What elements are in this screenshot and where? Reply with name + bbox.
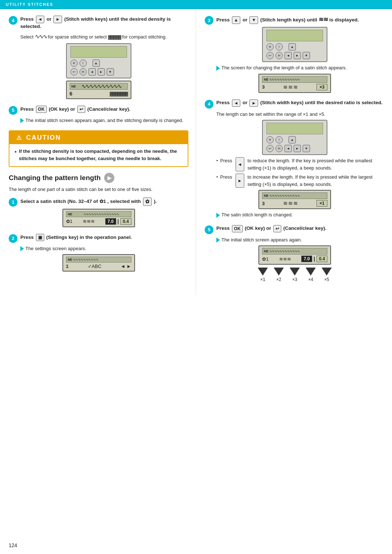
- h-btn: H: [79, 68, 87, 76]
- step-1-header: 1 Select a satin stitch (No. 32–47 of ✿1…: [9, 197, 188, 207]
- step-1-circle: 1: [9, 198, 17, 207]
- step-4r-circle: 4: [205, 100, 213, 109]
- left-btn-4r[interactable]: ◄: [285, 145, 292, 152]
- left-column: 4 Press ◄ or ► (Stitch width keys) until…: [0, 9, 196, 295]
- step-4-circle: 4: [9, 16, 17, 25]
- up-btn[interactable]: ▲: [93, 60, 100, 67]
- dn-btn-3[interactable]: ▼: [303, 52, 310, 59]
- up-key[interactable]: ▲: [232, 16, 241, 24]
- panel-btns-4ra: ✕ ! ▲: [266, 136, 323, 143]
- x-btn-4r: ✕: [266, 136, 274, 143]
- lcd-step1-bottom: ✿1 ≋≋≋ 7.0 | 0.4: [66, 218, 131, 225]
- label-x3: ×3: [292, 277, 297, 282]
- step-5r-circle: 5: [205, 225, 213, 234]
- lcd-step3-val: ×3: [317, 84, 327, 90]
- right-key-4r[interactable]: ►: [249, 99, 258, 107]
- n-btn-4r: ↩: [266, 145, 274, 152]
- flower-btn[interactable]: ✿: [143, 197, 152, 206]
- step-5r-text: Press OK (OK key) or ↩ (Cancel/clear key…: [216, 225, 326, 233]
- lcd-step1-val2: 0.4: [121, 218, 131, 225]
- step-4-text: Press ◄ or ► (Stitch width keys) until t…: [20, 16, 188, 30]
- left-key[interactable]: ◄: [36, 16, 45, 23]
- step-2-text: Press ▣ (Settings key) in the operation …: [20, 234, 132, 241]
- right-btn-3[interactable]: ►: [294, 52, 301, 59]
- caution-box: ⚠ CAUTION If the stitching density is to…: [9, 130, 188, 167]
- cancel-btn[interactable]: ↩: [77, 106, 85, 113]
- back-btn[interactable]: ◄: [89, 68, 96, 76]
- panel-box-4r: ✕ ! ▲ ↩ H ◄ ► ▼: [262, 120, 327, 155]
- ok-btn[interactable]: OK: [36, 106, 47, 113]
- lcd-step5r: NE ∿∿∿∿∿∿∿∿∿∿∿∿ ✿1 ≋≋≋ 7.0 | 0.4: [205, 245, 385, 265]
- top-bar-label: UTILITY STITCHES: [6, 2, 53, 7]
- lcd-step1-top: NE ∿∿∿∿∿∿∿∿∿∿∿∿∿∿: [66, 211, 131, 217]
- step-5-text: Press OK (OK key) or ↩ (Cancel/clear key…: [20, 106, 130, 113]
- up-btn-3[interactable]: ▲: [289, 43, 296, 50]
- top-bar: UTILITY STITCHES: [0, 0, 392, 9]
- right-increase-btn[interactable]: ►: [236, 174, 244, 188]
- lcd-step5r-val1: 7.0: [301, 256, 312, 262]
- section-heading: Changing the pattern length ▶: [9, 173, 188, 183]
- dn-key[interactable]: ▼: [249, 16, 258, 24]
- panel-box-3: ✕ ! ▲ ↩ H ◄ ► ▼: [262, 27, 327, 62]
- step-4-right: 4 Press ◄ or ► (Stitch width keys) until…: [205, 99, 385, 219]
- section-title: Changing the pattern length: [9, 174, 101, 182]
- left-key-4r[interactable]: ◄: [232, 99, 241, 107]
- size-x3: ×3: [290, 268, 300, 282]
- caution-title: CAUTION: [26, 134, 61, 142]
- step-5-header: 5 Press OK (OK key) or ↩ (Cancel/clear k…: [9, 106, 188, 115]
- section-arrow: ▶: [104, 173, 114, 183]
- panel-screen-3: [266, 30, 323, 41]
- bullet-2: Press ► to increase the length. If the k…: [216, 174, 385, 188]
- i-btn-4r: !: [275, 136, 283, 143]
- left-btn-3[interactable]: ◄: [285, 52, 292, 59]
- lcd-step4r: NE ∿∿∿∿∿∿∿∿∿∿∿∿ 3 ≋≋≋ ×1: [205, 190, 385, 209]
- panel-display-4: ✕ ! ▲ ↩ H ◄ ► ▼: [9, 43, 188, 78]
- step-2-sub: The settings screen appears.: [20, 245, 188, 252]
- fwd-btn[interactable]: ►: [98, 68, 105, 76]
- panel-box: ✕ ! ▲ ↩ H ◄ ► ▼: [66, 43, 131, 78]
- left-reduce-btn[interactable]: ◄: [236, 157, 244, 171]
- lcd-step1-box: NE ∿∿∿∿∿∿∿∿∿∿∿∿∿∿ ✿1 ≋≋≋ 7.0 | 0.4: [62, 209, 135, 227]
- ok-btn-5r[interactable]: OK: [232, 225, 243, 233]
- step-3-header: 3 Press ▲ or ▼ (Stitch length keys) unti…: [205, 16, 385, 25]
- step-1-pattern: 1 Select a satin stitch (No. 32–47 of ✿1…: [9, 197, 188, 227]
- lcd-step1-val1: 7.0: [105, 218, 116, 225]
- triangle-5r: [216, 237, 220, 243]
- step-2-header: 2 Press ▣ (Settings key) in the operatio…: [9, 234, 188, 243]
- label-x4: ×4: [308, 277, 313, 282]
- right-btn-4r[interactable]: ►: [294, 145, 301, 152]
- step-5r-header: 5 Press OK (OK key) or ↩ (Cancel/clear k…: [205, 225, 385, 234]
- dn-btn[interactable]: ▼: [107, 68, 114, 76]
- dn-btn-4r[interactable]: ▼: [303, 145, 310, 152]
- step-5-left: 5 Press OK (OK key) or ↩ (Cancel/clear k…: [9, 106, 188, 124]
- lcd-step3-box: NE ∿∿∿∿∿∿∿∿∿∿∿∿ 3 ≋≋≋ ×3: [258, 74, 331, 93]
- lcd-step3: NE ∿∿∿∿∿∿∿∿∿∿∿∿ 3 ≋≋≋ ×3: [205, 74, 385, 93]
- label-x5: ×5: [324, 277, 329, 282]
- lcd-step3-bottom: 3 ≋≋≋ ×3: [262, 84, 327, 90]
- lcd-step2-bottom: 1 ✓ABC ◄ ►: [66, 264, 131, 269]
- lcd-step4r-bottom: 3 ≋≋≋ ×1: [262, 200, 327, 207]
- size-x5: ×5: [322, 268, 332, 282]
- step-4r-change: The satin stitch length is changed.: [216, 211, 385, 219]
- caution-icon: ⚠: [15, 133, 23, 142]
- panel-btns-3a: ✕ ! ▲: [266, 43, 323, 50]
- lcd-step5r-top: NE ∿∿∿∿∿∿∿∿∿∿∿∿: [262, 248, 327, 254]
- label-x2: ×2: [276, 277, 281, 282]
- step-3-right: 3 Press ▲ or ▼ (Stitch length keys) unti…: [205, 16, 385, 93]
- step-3-text: Press ▲ or ▼ (Stitch length keys) until …: [216, 16, 359, 24]
- right-column: 3 Press ▲ or ▼ (Stitch length keys) unti…: [196, 9, 392, 295]
- lcd-step2-box: NE ∿∿∿∿∿∿∿∿∿∿ 1 ✓ABC ◄ ►: [62, 254, 135, 272]
- right-key[interactable]: ►: [53, 16, 62, 23]
- step-3-circle: 3: [205, 16, 213, 25]
- up-btn-4r[interactable]: ▲: [289, 136, 296, 143]
- step-3-sub: The screen for changing the length of a …: [216, 64, 385, 72]
- settings-btn[interactable]: ▣: [36, 234, 44, 241]
- lcd-step5r-val2: 0.4: [317, 256, 327, 262]
- cancel-btn-5r[interactable]: ↩: [273, 225, 281, 233]
- panel-4r: ✕ ! ▲ ↩ H ◄ ► ▼: [205, 120, 385, 155]
- triangle-3: [216, 66, 220, 71]
- x-btn-3: ✕: [266, 43, 274, 50]
- arrow-x3: [290, 268, 300, 276]
- n-btn: ↩: [70, 68, 78, 76]
- step-4-sub: Select ∿∿∿ for sparse stitching or selec…: [20, 32, 188, 41]
